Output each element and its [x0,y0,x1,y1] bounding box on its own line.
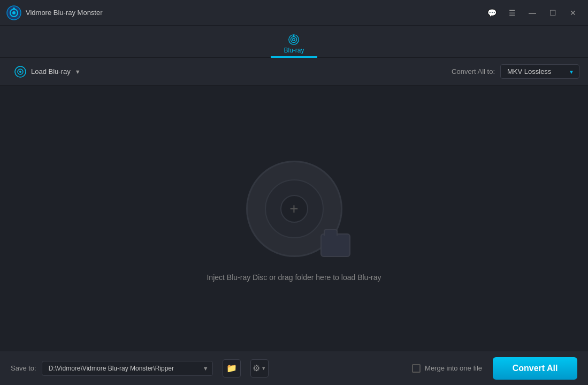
app-logo [6,5,21,20]
save-path-input[interactable] [42,361,213,376]
disc-inner-hole: + [280,195,308,223]
load-dropdown-arrow: ▼ [75,69,81,75]
drop-illustration[interactable]: + [235,155,353,262]
settings-dropdown-arrow: ▼ [261,366,266,371]
nav-tabs: Blu-ray [0,26,588,58]
svg-point-10 [19,71,21,73]
drop-hint: Inject Blu-ray Disc or drag folder here … [207,273,381,282]
load-bluray-button[interactable]: Load Blu-ray ▼ [9,62,86,81]
convert-all-to-label: Convert All to: [452,67,495,76]
footer: Save to: ▼ 📁 ⚙ ▼ Merge into one file Con… [0,351,588,385]
tab-bluray[interactable]: Blu-ray [271,31,317,58]
menu-button[interactable]: ☰ [503,6,521,19]
svg-point-2 [12,11,16,14]
svg-point-3 [13,7,15,10]
settings-btn-inner: ⚙ ▼ [253,363,266,373]
merge-checkbox[interactable] [412,364,421,373]
save-to-label: Save to: [11,364,36,372]
titlebar: Vidmore Blu-ray Monster 💬 ☰ — ☐ ✕ [0,0,588,26]
close-button[interactable]: ✕ [564,6,582,19]
open-folder-button[interactable]: 📁 [223,359,241,378]
load-disk-icon [14,65,27,78]
gear-icon: ⚙ [253,363,260,373]
path-input-wrapper: ▼ [42,361,213,376]
bluray-disc-icon [288,34,300,46]
convert-all-button[interactable]: Convert All [493,357,577,380]
chat-button[interactable]: 💬 [483,6,500,19]
settings-button[interactable]: ⚙ ▼ [250,359,269,378]
svg-point-6 [293,39,295,41]
maximize-button[interactable]: ☐ [544,6,561,19]
titlebar-controls: 💬 ☰ — ☐ ✕ [483,6,582,19]
svg-point-7 [293,35,295,37]
format-select-wrapper: MKV Lossless MP4 MKV AVI MOV [500,64,579,79]
path-dropdown-button[interactable]: ▼ [201,363,211,374]
merge-section: Merge into one file [412,364,482,373]
format-select[interactable]: MKV Lossless MP4 MKV AVI MOV [500,64,579,79]
folder-badge [320,233,350,257]
load-bluray-label: Load Blu-ray [31,67,71,76]
tab-bluray-label: Blu-ray [284,47,304,56]
merge-label: Merge into one file [425,364,482,372]
toolbar: Load Blu-ray ▼ Convert All to: MKV Lossl… [0,58,588,86]
app-title: Vidmore Blu-ray Monster [26,9,103,17]
disc-middle: + [265,179,324,238]
titlebar-left: Vidmore Blu-ray Monster [6,5,103,20]
plus-icon: + [289,201,298,216]
minimize-button[interactable]: — [524,6,541,19]
save-to-section: Save to: ▼ 📁 ⚙ ▼ [11,359,401,378]
convert-all-to-section: Convert All to: MKV Lossless MP4 MKV AVI… [452,64,579,79]
main-content: + Inject Blu-ray Disc or drag folder her… [0,86,588,351]
svg-point-5 [291,37,297,43]
folder-icon: 📁 [226,363,237,373]
